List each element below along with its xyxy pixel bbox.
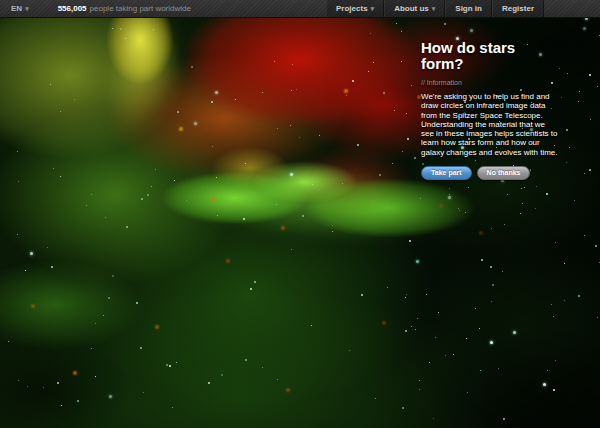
chevron-down-icon: ▾ xyxy=(432,5,436,12)
nav-sign-in-label: Sign in xyxy=(455,4,482,13)
project-description: We're asking you to help us find and dra… xyxy=(421,92,559,157)
take-part-button[interactable]: Take part xyxy=(421,166,472,180)
participation-stats: 556,005people taking part worldwide xyxy=(58,0,326,17)
participant-text: people taking part worldwide xyxy=(90,4,191,13)
nav-register-label: Register xyxy=(502,4,534,13)
participant-count: 556,005 xyxy=(58,4,87,13)
nav-about-us[interactable]: About us▾ xyxy=(384,0,445,17)
language-selector[interactable]: EN▾ xyxy=(0,0,37,17)
top-navigation-bar: EN▾ 556,005people taking part worldwide … xyxy=(0,0,600,18)
main-nav: Projects▾ About us▾ Sign in Register xyxy=(326,0,600,17)
no-thanks-button[interactable]: No thanks xyxy=(477,166,531,180)
nav-sign-in[interactable]: Sign in xyxy=(445,0,492,17)
chevron-down-icon: ▾ xyxy=(25,5,29,12)
language-label: EN xyxy=(11,4,22,13)
nav-about-us-label: About us xyxy=(394,4,429,13)
nav-register[interactable]: Register xyxy=(492,0,544,17)
info-panel: How do stars form? // Information We're … xyxy=(421,40,559,180)
chevron-down-icon: ▾ xyxy=(371,5,375,12)
nav-spacer xyxy=(544,0,600,17)
nav-projects[interactable]: Projects▾ xyxy=(326,0,384,17)
nav-projects-label: Projects xyxy=(336,4,368,13)
button-row: Take part No thanks xyxy=(421,166,559,180)
page-title: How do stars form? xyxy=(421,40,529,72)
section-label: // Information xyxy=(421,79,559,86)
